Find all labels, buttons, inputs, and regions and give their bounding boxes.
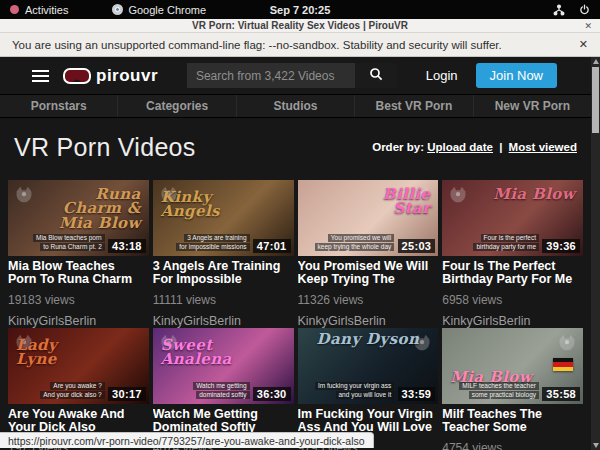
video-studio[interactable]: KinkyGirlsBerlin (8, 314, 149, 328)
page-title: VR Porn Videos (14, 133, 196, 162)
studio-logo-icon (447, 184, 469, 206)
thumb-caption: Mia Blow teaches pornto Runa Charm pt. 2 (33, 234, 105, 251)
video-studio[interactable]: KinkyGirlsBerlin (153, 314, 294, 328)
thumb-model-name: Lady Lyne (16, 338, 103, 367)
video-thumb[interactable]: Lady Lyne Are you awake ?And your dick a… (8, 328, 149, 404)
video-grid: Runa Charm & Mia Blow Mia Blow teaches p… (8, 180, 583, 450)
video-title[interactable]: Are You Awake And Your Dick Also (8, 408, 149, 434)
thumb-model-name: Dany Dyson (298, 332, 439, 346)
order-by-separator: | (499, 141, 502, 153)
thumb-caption: MILF teaches the teachersome practical b… (459, 382, 539, 399)
window-title-bar: VR Porn: Virtual Reality Sex Videos | Pi… (0, 19, 600, 33)
video-thumb[interactable]: Sweet Analena Watch me gettingdominated … (153, 328, 294, 404)
thumb-model-name: Mia Blow (488, 187, 575, 201)
browser-viewport: pirouvr Login Join Now Pornstars Categor… (0, 57, 591, 450)
thumb-caption: Four is the perfectbirthday party for me (473, 234, 539, 251)
scroll-down-arrow-icon[interactable] (593, 443, 599, 448)
hamburger-menu-icon[interactable] (32, 70, 49, 82)
vertical-scrollbar[interactable] (591, 57, 600, 450)
video-thumb[interactable]: Runa Charm & Mia Blow Mia Blow teaches p… (8, 180, 149, 256)
video-card[interactable]: Billie Star You promised we willkeep try… (298, 180, 439, 328)
video-card[interactable]: Mia Blow MILF teaches the teachersome pr… (442, 328, 583, 450)
video-card[interactable]: Kinky Angels 3 Angels are trainingfor im… (153, 180, 294, 328)
warning-close-icon[interactable]: ✕ (579, 38, 588, 51)
studio-logo-icon (13, 184, 35, 206)
thumb-caption: You promised we willkeep trying the whol… (315, 234, 395, 251)
logo-text: pirouvr (96, 66, 158, 86)
search-icon (369, 67, 383, 84)
video-views: 19183 views (8, 293, 149, 307)
order-by-upload-date-link[interactable]: Upload date (427, 141, 493, 153)
thumb-caption: Watch me gettingdominated softly (193, 382, 249, 399)
video-title[interactable]: Im Fucking Your Virgin Ass And You Will … (298, 408, 439, 434)
video-title[interactable]: 3 Angels Are Training For Impossible Mis… (153, 260, 294, 286)
order-by: Order by: Upload date | Most viewed (372, 141, 577, 153)
scroll-up-arrow-icon[interactable] (593, 59, 599, 64)
nav-item-new-vr-porn[interactable]: New VR Porn (473, 95, 591, 117)
search-button[interactable] (355, 63, 397, 88)
network-icon[interactable] (553, 4, 565, 16)
main-nav: Pornstars Categories Studios Best VR Por… (0, 95, 591, 118)
thumb-caption: Are you awake ?And your dick also ? (40, 382, 105, 399)
window-close-icon[interactable]: ✕ (584, 21, 592, 31)
video-card[interactable]: Mia Blow Four is the perfectbirthday par… (442, 180, 583, 328)
video-thumb[interactable]: Billie Star You promised we willkeep try… (298, 180, 439, 256)
warning-text: You are using an unsupported command-lin… (12, 39, 502, 51)
order-by-most-viewed-link[interactable]: Most viewed (509, 141, 577, 153)
thumb-duration: 25:03 (398, 239, 436, 253)
flag-de-icon (553, 358, 573, 371)
page-content: VR Porn Videos Order by: Upload date | M… (0, 130, 591, 450)
screen: Activities Google Chrome Sep 7 20:25 VR … (0, 0, 600, 450)
video-thumb[interactable]: Mia Blow Four is the perfectbirthday par… (442, 180, 583, 256)
video-views: 11326 views (298, 293, 439, 307)
nav-item-pornstars[interactable]: Pornstars (0, 95, 117, 117)
thumb-caption: Im fucking your virgin assand you will l… (315, 382, 394, 399)
thumb-model-name: Billie Star (343, 187, 430, 216)
video-views: 11111 views (153, 293, 294, 307)
clock[interactable]: Sep 7 20:25 (0, 4, 600, 16)
vr-headset-icon (63, 68, 91, 84)
thumb-model-name: Kinky Angels (161, 190, 248, 219)
thumb-model-name: Sweet Analena (161, 338, 248, 367)
thumb-duration: 33:59 (398, 387, 436, 401)
site-header: pirouvr Login Join Now (0, 57, 591, 95)
power-icon[interactable] (579, 4, 590, 15)
video-card[interactable]: Runa Charm & Mia Blow Mia Blow teaches p… (8, 180, 149, 328)
video-title[interactable]: Mia Blow Teaches Porn To Runa Charm Pt 2 (8, 260, 149, 286)
thumb-duration: 35:58 (542, 387, 580, 401)
site-logo[interactable]: pirouvr (63, 66, 158, 86)
thumb-duration: 39:36 (542, 239, 580, 253)
window-title: VR Porn: Virtual Reality Sex Videos | Pi… (0, 20, 600, 31)
scrollbar-thumb[interactable] (592, 67, 599, 133)
thumb-duration: 30:17 (108, 387, 146, 401)
video-thumb[interactable]: Kinky Angels 3 Angels are trainingfor im… (153, 180, 294, 256)
thumb-duration: 43:18 (108, 239, 146, 253)
video-studio[interactable]: KinkyGirlsBerlin (298, 314, 439, 328)
studio-logo-icon (556, 332, 578, 354)
join-now-button[interactable]: Join Now (476, 63, 557, 88)
thumb-duration: 47:01 (253, 239, 291, 253)
system-top-bar: Activities Google Chrome Sep 7 20:25 (0, 0, 600, 19)
video-title[interactable]: You Promised We Will Keep Trying The Who… (298, 260, 439, 286)
video-title[interactable]: Milf Teaches The Teacher Some Practical … (442, 408, 583, 434)
video-title[interactable]: Watch Me Getting Dominated Softly (153, 408, 294, 434)
search-bar (187, 63, 397, 88)
video-views: 6958 views (442, 293, 583, 307)
video-thumb[interactable]: Dany Dyson Im fucking your virgin assand… (298, 328, 439, 404)
thumb-duration: 36:30 (253, 387, 291, 401)
thumb-model-name: Runa Charm & Mia Blow (54, 187, 141, 230)
nav-item-best-vr-porn[interactable]: Best VR Porn (354, 95, 472, 117)
login-link[interactable]: Login (426, 68, 458, 83)
thumb-caption: 3 Angels are trainingfor impossible miss… (176, 234, 249, 251)
link-preview-status-bar: https://pirouvr.com/vr-porn-video/779325… (0, 432, 374, 448)
sandbox-warning-bar: You are using an unsupported command-lin… (0, 33, 600, 57)
order-by-label: Order by: (372, 141, 424, 153)
video-thumb[interactable]: Mia Blow MILF teaches the teachersome pr… (442, 328, 583, 404)
video-studio[interactable]: KinkyGirlsBerlin (442, 314, 583, 328)
search-input[interactable] (187, 63, 355, 88)
nav-item-studios[interactable]: Studios (236, 95, 354, 117)
status-url: https://pirouvr.com/vr-porn-video/779325… (8, 435, 365, 447)
video-title[interactable]: Four Is The Perfect Birthday Party For M… (442, 260, 583, 286)
nav-item-categories[interactable]: Categories (117, 95, 235, 117)
video-views: 4754 views (442, 441, 583, 450)
